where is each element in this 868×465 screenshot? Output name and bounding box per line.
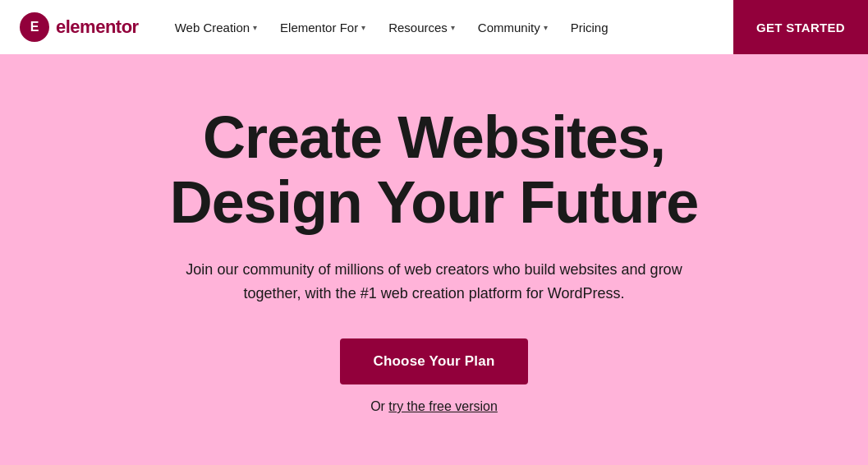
hero-subtitle: Join our community of millions of web cr… bbox=[180, 258, 689, 306]
hero-title-line1: Create Websites, bbox=[203, 104, 665, 170]
nav-item-resources[interactable]: Resources ▾ bbox=[379, 14, 465, 41]
chevron-down-icon: ▾ bbox=[544, 23, 548, 32]
nav-item-elementor-for[interactable]: Elementor For ▾ bbox=[270, 14, 375, 41]
navbar: E elementor Web Creation ▾ Elementor For… bbox=[0, 0, 868, 54]
hero-section: Create Websites, Design Your Future Join… bbox=[0, 54, 868, 465]
nav-label-web-creation: Web Creation bbox=[175, 21, 250, 35]
logo[interactable]: E elementor bbox=[20, 12, 139, 42]
nav-label-community: Community bbox=[478, 21, 540, 35]
logo-icon: E bbox=[20, 12, 49, 42]
nav-item-web-creation[interactable]: Web Creation ▾ bbox=[165, 14, 267, 41]
get-started-button[interactable]: GET STARTED bbox=[733, 0, 868, 54]
free-version-link[interactable]: try the free version bbox=[388, 399, 498, 413]
nav-links: Web Creation ▾ Elementor For ▾ Resources… bbox=[165, 14, 788, 41]
chevron-down-icon: ▾ bbox=[361, 23, 365, 32]
chevron-down-icon: ▾ bbox=[253, 23, 257, 32]
free-version-prefix: Or bbox=[370, 399, 388, 413]
nav-label-pricing: Pricing bbox=[571, 21, 609, 35]
nav-label-elementor-for: Elementor For bbox=[280, 21, 358, 35]
chevron-down-icon: ▾ bbox=[451, 23, 455, 32]
nav-label-resources: Resources bbox=[388, 21, 448, 35]
nav-right: LOGIN GET STARTED bbox=[788, 14, 848, 41]
hero-title: Create Websites, Design Your Future bbox=[170, 105, 698, 235]
hero-title-line2: Design Your Future bbox=[170, 169, 698, 235]
nav-item-pricing[interactable]: Pricing bbox=[561, 14, 618, 41]
free-version-text: Or try the free version bbox=[370, 399, 498, 414]
logo-text: elementor bbox=[56, 16, 139, 38]
choose-plan-button[interactable]: Choose Your Plan bbox=[340, 338, 527, 384]
nav-item-community[interactable]: Community ▾ bbox=[468, 14, 558, 41]
